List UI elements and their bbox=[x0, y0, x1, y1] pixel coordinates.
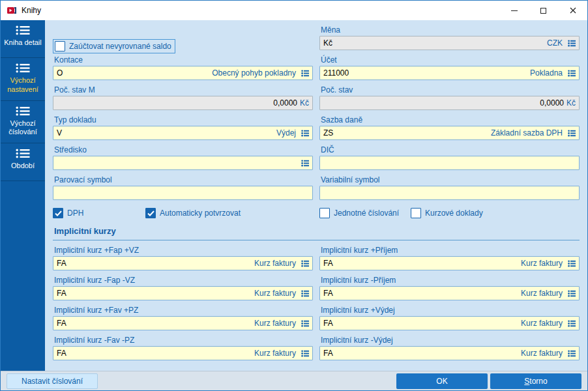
typ-dokladu-combobox[interactable]: V Výdej bbox=[53, 126, 313, 140]
kontace-desc: Obecný pohyb pokladny bbox=[212, 68, 296, 78]
checkmark-icon bbox=[55, 210, 62, 216]
kontace-block: Kontace O Obecný pohyb pokladny bbox=[53, 55, 313, 80]
kurz-vydej-plus-combobox[interactable]: FA Kurz faktury bbox=[319, 316, 580, 330]
kurz-fap-minus-block: Implicitní kurz -Fap -VZ FA Kurz faktury bbox=[53, 276, 313, 300]
window-title: Knihy bbox=[22, 6, 41, 15]
dropdown-icon[interactable] bbox=[301, 70, 309, 77]
dph-checkbox-item[interactable]: DPH bbox=[53, 208, 145, 218]
mena-combobox[interactable]: Kč CZK bbox=[319, 36, 580, 50]
poc-stav-m-value: 0,0000 bbox=[273, 98, 297, 108]
parovaci-input[interactable] bbox=[53, 186, 313, 200]
ucet-label: Účet bbox=[321, 55, 580, 64]
kurz-value: FA bbox=[57, 319, 66, 328]
kontace-value: O bbox=[57, 68, 63, 78]
poc-stav-label: Poč. stav bbox=[321, 85, 580, 94]
jednotne-cislovani-checkbox[interactable] bbox=[319, 208, 330, 218]
kurz-value: FA bbox=[323, 289, 333, 298]
poc-stav-m-field: 0,0000 Kč bbox=[53, 96, 313, 110]
dropdown-icon[interactable] bbox=[301, 350, 309, 357]
stredisko-combobox[interactable] bbox=[53, 156, 313, 170]
dropdown-icon[interactable] bbox=[568, 260, 576, 267]
kurz-fav-minus-combobox[interactable]: FA Kurz faktury bbox=[53, 346, 313, 360]
poc-stav-m-block: Poč. stav M 0,0000 Kč bbox=[53, 85, 313, 110]
kurz-fap-minus-combobox[interactable]: FA Kurz faktury bbox=[53, 286, 313, 300]
implicitni-kurzy-section-title: Implicitní kurzy bbox=[53, 225, 580, 240]
kurz-label: Implicitní kurz +Výdej bbox=[321, 306, 580, 314]
kurz-value: FA bbox=[57, 289, 66, 298]
dropdown-icon[interactable] bbox=[301, 290, 309, 297]
kurz-label: Implicitní kurz +Fav +PZ bbox=[54, 306, 313, 314]
variabilni-block: Variabilní symbol bbox=[319, 175, 580, 200]
mena-value: Kč bbox=[323, 38, 332, 48]
minimize-icon bbox=[511, 10, 518, 11]
kurz-fap-plus-combobox[interactable]: FA Kurz faktury bbox=[53, 256, 313, 270]
poc-stav-field: 0,0000 Kč bbox=[319, 96, 580, 110]
kurz-vydej-plus-block: Implicitní kurz +Výdej FA Kurz faktury bbox=[319, 306, 580, 330]
dropdown-icon[interactable] bbox=[301, 130, 309, 137]
flags-right: Jednotné číslování Kurzové doklady bbox=[319, 208, 580, 218]
ucet-block: Účet 211000 Pokladna bbox=[319, 55, 580, 80]
typ-dokladu-label: Typ dokladu bbox=[54, 115, 313, 124]
saldo-checkbox[interactable] bbox=[55, 41, 65, 51]
sidebar-item-kniha-detail[interactable]: Kniha detail bbox=[1, 20, 45, 58]
storno-rest: torno bbox=[529, 377, 547, 386]
poc-stav-block: Poč. stav 0,0000 Kč bbox=[319, 85, 580, 110]
maximize-button[interactable] bbox=[529, 1, 558, 20]
sazba-dane-combobox[interactable]: ZS Základní sazba DPH bbox=[319, 126, 580, 140]
sidebar-filler bbox=[1, 181, 45, 371]
list-icon bbox=[16, 63, 30, 73]
nastavit-cislovani-button[interactable]: Nastavit číslování bbox=[7, 373, 98, 389]
kurz-desc: Kurz faktury bbox=[521, 349, 563, 358]
dropdown-icon[interactable] bbox=[568, 70, 576, 77]
typ-dokladu-desc: Výdej bbox=[276, 128, 296, 138]
kurzove-doklady-checkbox[interactable] bbox=[411, 208, 421, 218]
dropdown-icon[interactable] bbox=[568, 320, 576, 327]
dropdown-icon[interactable] bbox=[301, 320, 309, 327]
ok-button[interactable]: OK bbox=[396, 373, 488, 389]
sidebar-item-vychozi-cislovani[interactable]: Výchozí číslování bbox=[1, 101, 45, 144]
kurz-vydej-minus-combobox[interactable]: FA Kurz faktury bbox=[319, 346, 580, 360]
titlebar: Knihy bbox=[1, 1, 587, 20]
kurzove-doklady-checkbox-item[interactable]: Kurzové doklady bbox=[411, 208, 483, 218]
kontace-combobox[interactable]: O Obecný pohyb pokladny bbox=[53, 66, 313, 80]
dropdown-icon[interactable] bbox=[568, 40, 576, 47]
kurz-value: FA bbox=[323, 259, 333, 268]
auto-potvrzovat-checkbox[interactable] bbox=[145, 208, 156, 218]
kurz-fav-minus-block: Implicitní kurz -Fav -PZ FA Kurz faktury bbox=[53, 336, 313, 360]
dropdown-icon[interactable] bbox=[301, 260, 309, 267]
dic-input[interactable] bbox=[319, 156, 580, 170]
dropdown-icon[interactable] bbox=[568, 130, 576, 137]
kurz-label: Implicitní kurz -Výdej bbox=[321, 336, 580, 344]
flags-left: DPH Automaticky potvrzovat bbox=[53, 208, 313, 218]
kurz-prijem-minus-combobox[interactable]: FA Kurz faktury bbox=[319, 286, 580, 300]
app-window: Knihy Kniha detail Výchozí nastavení Výc… bbox=[0, 0, 588, 391]
dic-label: DIČ bbox=[321, 145, 580, 154]
kurz-desc: Kurz faktury bbox=[254, 319, 296, 328]
dropdown-icon[interactable] bbox=[568, 350, 576, 357]
kurz-value: FA bbox=[57, 259, 66, 268]
dropdown-icon[interactable] bbox=[568, 290, 576, 297]
sidebar-item-obdobi[interactable]: Období bbox=[1, 143, 45, 181]
close-button[interactable] bbox=[558, 1, 587, 20]
mena-block: Měna Kč CZK bbox=[319, 25, 580, 50]
mena-label: Měna bbox=[321, 25, 580, 34]
kurz-fav-plus-combobox[interactable]: FA Kurz faktury bbox=[53, 316, 313, 330]
flags-row: DPH Automaticky potvrzovat Jednotné čísl… bbox=[53, 208, 580, 218]
jednotne-cislovani-checkbox-item[interactable]: Jednotné číslování bbox=[319, 208, 411, 218]
storno-button[interactable]: Storno bbox=[490, 373, 581, 389]
sidebar: Kniha detail Výchozí nastavení Výchozí č… bbox=[1, 20, 45, 371]
auto-potvrzovat-checkbox-item[interactable]: Automaticky potvrzovat bbox=[145, 208, 241, 218]
sazba-dane-label: Sazba daně bbox=[321, 115, 580, 124]
jednotne-cislovani-label: Jednotné číslování bbox=[334, 209, 399, 218]
sidebar-item-vychozi-nastaveni[interactable]: Výchozí nastavení bbox=[1, 58, 45, 101]
stredisko-block: Středisko bbox=[53, 145, 313, 170]
variabilni-input[interactable] bbox=[319, 186, 580, 200]
ucet-combobox[interactable]: 211000 Pokladna bbox=[319, 66, 580, 80]
window-body: Kniha detail Výchozí nastavení Výchozí č… bbox=[1, 20, 587, 371]
kurz-prijem-plus-combobox[interactable]: FA Kurz faktury bbox=[319, 256, 580, 270]
dropdown-icon[interactable] bbox=[301, 160, 309, 167]
minimize-button[interactable] bbox=[499, 1, 529, 20]
dph-checkbox[interactable] bbox=[53, 208, 63, 218]
kurz-label: Implicitní kurz -Příjem bbox=[321, 276, 580, 284]
list-icon bbox=[16, 106, 30, 116]
